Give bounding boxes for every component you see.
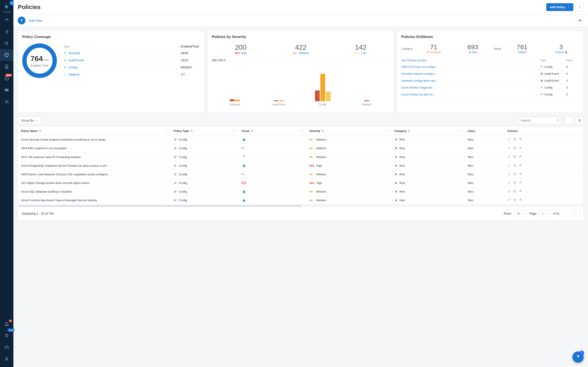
rows-per-page-select[interactable]: 25 xyxy=(514,210,527,217)
kebab-menu-button[interactable] xyxy=(575,3,584,11)
bar-low[interactable] xyxy=(326,92,330,101)
copy-action[interactable] xyxy=(513,146,517,150)
bar-medium[interactable] xyxy=(279,100,284,101)
dd-incidents-stat[interactable]: 71 Incidents xyxy=(416,43,452,54)
bar-high[interactable] xyxy=(274,100,278,101)
next-page-button[interactable] xyxy=(572,210,579,217)
col-cloud[interactable]: Cloud⇅⋮⋮ xyxy=(238,127,306,135)
severity-low-num: 142 xyxy=(355,43,366,51)
copy-action[interactable] xyxy=(513,198,517,202)
sidebar-item-investigate[interactable] xyxy=(0,38,13,49)
alert-action[interactable] xyxy=(519,155,522,159)
coverage-type-row[interactable]: Network7/7 xyxy=(63,71,200,78)
cell-policy-name: GCP VM instances have IP Forwarding enab… xyxy=(18,153,171,161)
col-class[interactable]: Class xyxy=(465,127,504,135)
add-policy-button[interactable]: Add Policy xyxy=(546,3,573,11)
severity-stat-high[interactable]: 200 High xyxy=(235,43,247,55)
table-row[interactable]: AWS Elastic Load Balancer (Classic) SSL … xyxy=(18,170,583,179)
bar-high[interactable] xyxy=(315,91,320,101)
table-row[interactable]: Azure Function App doesn't have a Manage… xyxy=(18,196,583,205)
col-category[interactable]: Category⇅⋮⋮ xyxy=(391,127,465,135)
table-row[interactable]: Azure Security Center endpoint protectio… xyxy=(18,135,583,144)
bar-medium[interactable] xyxy=(320,74,325,101)
drilldown-row[interactable]: Azure Activity log alert for ... Config3 xyxy=(401,91,579,98)
alert-action[interactable] xyxy=(519,146,522,150)
download-button[interactable] xyxy=(565,117,573,124)
alert-action[interactable] xyxy=(519,138,522,142)
severity-stat-medium[interactable]: 422 Medium xyxy=(293,43,309,55)
col-policy-type[interactable]: Policy Type⇅⋮⋮ xyxy=(171,127,238,135)
bar-medium[interactable] xyxy=(235,100,240,101)
coverage-type-row[interactable]: Audit Event15/15 xyxy=(63,57,200,64)
edit-action[interactable] xyxy=(507,155,511,159)
alert-action[interactable] xyxy=(519,172,522,176)
severity-medium-num: 422 xyxy=(293,43,309,51)
drilldown-row[interactable]: Sensitive network configur... Audit Even… xyxy=(401,70,579,77)
drilldown-row[interactable]: Azure Monitor Diagnostic ... Config3 xyxy=(401,84,579,91)
sidebar-item-alerts[interactable]: 2006 xyxy=(0,73,13,84)
sidebar-item-inventory[interactable] xyxy=(0,26,13,38)
coverage-type-row[interactable]: Config693/693 xyxy=(63,64,200,71)
sidebar-expand-chevron[interactable] xyxy=(9,1,14,5)
alert-action[interactable] xyxy=(519,190,522,194)
bar-high[interactable] xyxy=(230,99,234,101)
add-filter-link[interactable]: Add Filter xyxy=(28,19,42,22)
sidebar-item-containers[interactable] xyxy=(0,84,13,96)
copy-action[interactable] xyxy=(513,172,517,176)
bar-high[interactable] xyxy=(364,100,369,101)
sidebar-item-dashboard[interactable] xyxy=(0,14,13,26)
alert-action[interactable] xyxy=(519,198,522,202)
page-select[interactable]: 1 xyxy=(539,210,550,217)
type-icon xyxy=(63,73,67,76)
edit-action[interactable] xyxy=(507,190,511,194)
drilldown-alerts: 3 xyxy=(566,79,579,82)
coverage-type-row[interactable]: Anomaly49/49 xyxy=(63,50,200,57)
drilldown-row[interactable]: Sensitive configuration upd... Audit Eve… xyxy=(401,77,579,84)
edit-action[interactable] xyxy=(507,181,511,185)
help-fab[interactable]: ? 7 xyxy=(572,351,584,363)
copy-action[interactable] xyxy=(513,138,517,142)
sidebar-item-support[interactable] xyxy=(0,342,13,353)
col-policy-name[interactable]: Policy Name⇅⋮⋮ xyxy=(18,127,171,135)
dd-custom-stat[interactable]: 3 Custom xyxy=(543,43,579,54)
copy-action[interactable] xyxy=(513,155,517,159)
search-icon xyxy=(556,118,560,122)
copy-action[interactable] xyxy=(513,164,517,168)
table-row[interactable]: Azure SQL database auditing is disabled … xyxy=(18,187,583,196)
edit-action[interactable] xyxy=(507,138,511,142)
dd-default-stat[interactable]: 761 Default xyxy=(504,43,540,54)
sidebar-item-policies[interactable] xyxy=(0,49,13,61)
search-input[interactable] xyxy=(518,117,561,124)
severity-stat-low[interactable]: 142 Low xyxy=(355,43,366,55)
col-severity[interactable]: Severity⇅⋮⋮ xyxy=(306,127,391,135)
edit-action[interactable] xyxy=(507,146,511,150)
edit-action[interactable] xyxy=(507,164,511,168)
sidebar-item-compliance[interactable] xyxy=(0,61,13,73)
dd-risk-stat[interactable]: 693 Risk xyxy=(455,43,491,54)
drilldown-row[interactable]: AWS SNS topic not configu... Config8 xyxy=(401,63,579,70)
table-row[interactable]: GCP VM instances have IP Forwarding enab… xyxy=(18,153,583,161)
table-row[interactable]: Azure PostgreSQL Database Server Firewal… xyxy=(18,161,583,170)
sidebar-item-notifications[interactable]: 4 xyxy=(0,318,13,330)
alert-action[interactable] xyxy=(519,181,522,185)
prev-page-button[interactable] xyxy=(562,210,570,217)
alert-action[interactable] xyxy=(519,164,522,168)
cell-severity: Medium xyxy=(306,144,391,153)
copy-action[interactable] xyxy=(513,190,517,194)
reset-filters-button[interactable] xyxy=(576,17,584,24)
sidebar-item-account[interactable] xyxy=(0,353,13,365)
columns-button[interactable] xyxy=(575,117,584,124)
table-row[interactable]: OCI Object Storage bucket does not emit … xyxy=(18,179,583,187)
filter-icon-button[interactable] xyxy=(18,17,26,25)
group-by-button[interactable]: Group By xyxy=(18,117,42,124)
table-row[interactable]: AWS EBS snapshot is not encrypted Config… xyxy=(18,144,583,153)
bar-category-label: Config xyxy=(304,103,341,106)
coverage-enabled-count: 764 xyxy=(30,54,43,63)
edit-action[interactable] xyxy=(507,172,511,176)
sidebar-item-settings[interactable] xyxy=(0,96,13,108)
reset-icon xyxy=(578,19,582,22)
sidebar-item-integrations[interactable]: Trial xyxy=(0,330,13,342)
copy-action[interactable] xyxy=(513,181,517,185)
edit-action[interactable] xyxy=(507,198,511,202)
svg-point-53 xyxy=(175,201,175,201)
